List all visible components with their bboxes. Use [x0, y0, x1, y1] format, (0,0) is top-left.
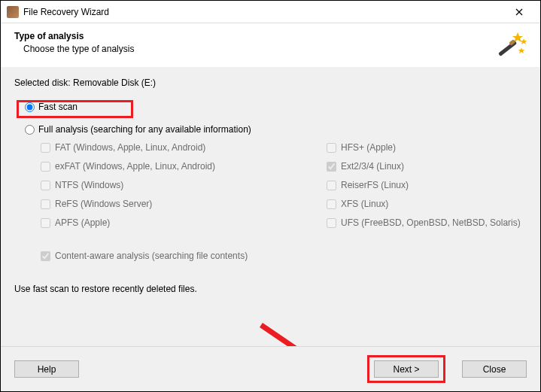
- titlebar: File Recovery Wizard: [1, 1, 540, 23]
- checkbox-hfs[interactable]: HFS+ (Apple): [327, 142, 527, 153]
- checkbox-content-aware[interactable]: Content-aware analysis (searching file c…: [41, 251, 527, 261]
- close-icon[interactable]: [504, 2, 534, 23]
- checkbox-ntfs[interactable]: NTFS (Windows): [41, 180, 327, 190]
- app-icon: [7, 6, 19, 18]
- checkbox-reiser[interactable]: ReiserFS (Linux): [327, 180, 527, 190]
- checkbox-ext[interactable]: Ext2/3/4 (Linux): [327, 161, 527, 172]
- help-button[interactable]: Help: [14, 360, 79, 378]
- window-title: File Recovery Wizard: [23, 7, 504, 17]
- radio-fast-scan-label: Fast scan: [38, 102, 78, 112]
- svg-marker-2: [518, 47, 524, 53]
- close-button[interactable]: Close: [462, 360, 527, 378]
- selected-disk-label: Selected disk: Removable Disk (E:): [14, 77, 527, 88]
- annotation-highlight-next: Next >: [367, 355, 445, 383]
- radio-fast-scan[interactable]: Fast scan: [25, 102, 527, 112]
- radio-fast-scan-input[interactable]: [25, 102, 35, 112]
- checkbox-fat[interactable]: FAT (Windows, Apple, Linux, Android): [41, 142, 327, 153]
- svg-marker-1: [521, 38, 527, 44]
- checkbox-xfs[interactable]: XFS (Linux): [327, 199, 527, 209]
- content-area: Selected disk: Removable Disk (E:) Fast …: [1, 67, 540, 366]
- hint-text: Use fast scan to restore recently delete…: [14, 284, 527, 294]
- next-button[interactable]: Next >: [374, 360, 439, 378]
- checkbox-apfs[interactable]: APFS (Apple): [41, 217, 327, 228]
- page-subtitle: Choose the type of analysis: [23, 44, 497, 54]
- radio-full-analysis-label: Full analysis (searching for any availab…: [38, 124, 251, 135]
- wizard-wand-icon: [497, 31, 527, 61]
- checkbox-exfat[interactable]: exFAT (Windows, Apple, Linux, Android): [41, 161, 327, 172]
- button-bar: Help Next > Close: [1, 346, 540, 391]
- checkbox-refs[interactable]: ReFS (Windows Server): [41, 199, 327, 209]
- filesystem-options: FAT (Windows, Apple, Linux, Android) HFS…: [41, 142, 527, 228]
- radio-full-analysis[interactable]: Full analysis (searching for any availab…: [25, 124, 527, 135]
- page-title: Type of analysis: [14, 31, 497, 41]
- radio-full-analysis-input[interactable]: [25, 125, 35, 135]
- wizard-header: Type of analysis Choose the type of anal…: [1, 23, 540, 67]
- checkbox-ufs[interactable]: UFS (FreeBSD, OpenBSD, NetBSD, Solaris): [327, 217, 527, 228]
